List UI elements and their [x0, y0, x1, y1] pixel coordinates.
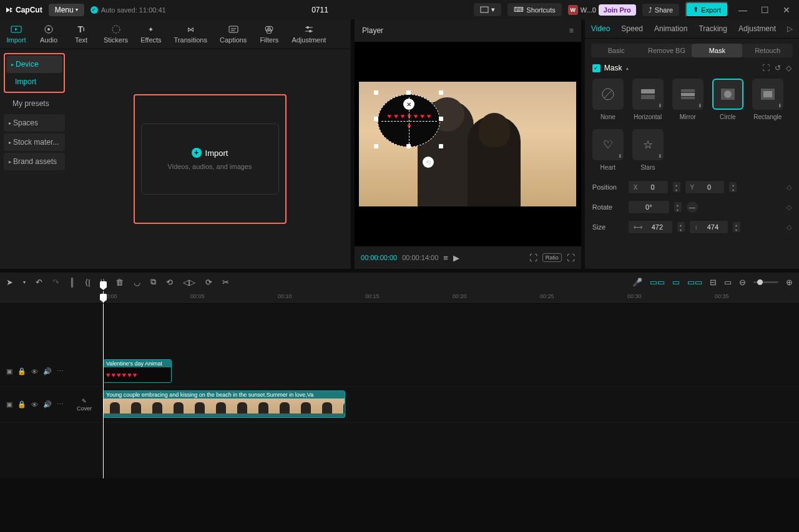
props-tab-video[interactable]: Video [591, 24, 610, 33]
mask-mirror[interactable]: ⬇Mirror [672, 79, 703, 120]
props-tab-speed[interactable]: Speed [621, 24, 643, 33]
track-type-icon[interactable]: ▣ [6, 400, 12, 409]
zoom-out-icon[interactable]: ⊖ [739, 278, 746, 287]
subtab-basic[interactable]: Basic [591, 44, 642, 57]
redo-button[interactable]: ↷ [52, 278, 59, 287]
mic-icon[interactable]: 🎤 [632, 278, 642, 287]
rotate-tool[interactable]: ⟳ [205, 278, 212, 287]
magnet-track-icon[interactable]: ▭ [672, 278, 680, 287]
rotate-input[interactable] [629, 201, 669, 213]
copy-tool[interactable]: ⧉ [150, 277, 156, 287]
sidebar-item-import[interactable]: Import [6, 73, 62, 90]
delete-tool[interactable]: 🗑 [115, 278, 124, 287]
sidebar-item-brand[interactable]: ▸Brand assets [4, 153, 65, 170]
subtab-removebg[interactable]: Remove BG [642, 44, 692, 57]
mask-overlay[interactable]: ♥♥♥♥♥♥♥♥ ✕ ⟲ [378, 94, 440, 147]
export-button[interactable]: ⬆ Export [685, 2, 728, 17]
props-tab-animation[interactable]: Animation [654, 24, 687, 33]
playhead-line[interactable] [103, 304, 104, 478]
tab-effects[interactable]: ✦Effects [134, 22, 167, 46]
mask-heart[interactable]: ♡⬇Heart [592, 129, 624, 171]
marker-tool[interactable]: ◡ [134, 278, 140, 287]
sidebar-item-device[interactable]: ▸Device [6, 56, 62, 73]
close-button[interactable]: ✕ [779, 5, 794, 15]
position-y-input[interactable] [697, 181, 722, 193]
speaker-icon[interactable]: 🔊 [43, 400, 52, 409]
mask-none[interactable]: None [592, 79, 624, 120]
rotate-handle-icon[interactable]: ✕ [403, 99, 414, 110]
mirror-tool[interactable]: ◁▷ [183, 278, 195, 287]
keyframe-diamond[interactable]: ◇ [787, 183, 792, 191]
position-x-input[interactable] [640, 181, 665, 193]
zoom-in-icon[interactable]: ⊕ [786, 278, 793, 287]
more-icon[interactable]: ⋯ [57, 367, 64, 375]
minimize-button[interactable]: — [735, 5, 751, 15]
join-pro-button[interactable]: Join Pro [599, 4, 636, 16]
preview-icon[interactable]: ▭ [724, 278, 732, 287]
tab-text[interactable]: TIText [65, 22, 97, 46]
pointer-tool[interactable]: ➤ [6, 278, 13, 287]
aspect-button[interactable]: ▾ [474, 3, 501, 16]
link-icon[interactable]: ▭▭ [687, 278, 702, 287]
props-tab-adjustment[interactable]: Adjustment [738, 24, 776, 33]
size-h-input[interactable] [700, 221, 725, 233]
reverse-tool[interactable]: ⟲ [166, 278, 173, 287]
shortcuts-button[interactable]: ⌨ Shortcuts [507, 3, 561, 16]
cover-button[interactable]: ✎ Cover [75, 398, 94, 412]
speaker-icon[interactable]: 🔊 [43, 367, 52, 375]
split-tool[interactable]: ║ [69, 278, 75, 287]
keyframe-diamond[interactable]: ◇ [787, 203, 792, 211]
tab-stickers[interactable]: Stickers [97, 22, 134, 46]
eye-icon[interactable]: 👁 [31, 368, 38, 375]
props-tab-tracking[interactable]: Tracking [699, 24, 727, 33]
clip-valentine[interactable]: Valentine's day Animat ♥♥♥♥♥♥ [103, 359, 172, 383]
reset-icon[interactable]: ↺ [775, 64, 781, 72]
keyframe-icon[interactable]: ◇ [786, 64, 792, 72]
keyframe-diamond[interactable]: ◇ [787, 223, 792, 231]
subtab-mask[interactable]: Mask [692, 44, 742, 57]
mask-rectangle[interactable]: ⬇Rectangle [752, 79, 783, 120]
play-button[interactable]: ▶ [453, 253, 459, 263]
size-w-input[interactable] [645, 221, 670, 233]
scroll-right-icon[interactable]: ▷ [787, 24, 793, 33]
lock-icon[interactable]: 🔒 [17, 400, 26, 409]
tab-adjustment[interactable]: Adjustment [285, 22, 332, 46]
pointer-dropdown[interactable]: ▾ [23, 279, 26, 285]
mask-horizontal[interactable]: ⬇Horizontal [632, 79, 664, 120]
zoom-slider[interactable] [753, 281, 778, 283]
expand-icon[interactable]: ⛶ [762, 64, 770, 72]
player-menu-icon[interactable]: ≡ [569, 26, 574, 35]
rotate-dial[interactable]: — [687, 201, 698, 213]
more-icon[interactable]: ⋯ [57, 400, 64, 409]
tab-import[interactable]: Import [0, 22, 32, 46]
mask-stars[interactable]: ☆⬇Stars [632, 129, 664, 171]
fullscreen-icon[interactable]: ⛶ [567, 253, 575, 263]
tab-captions[interactable]: Captions [213, 22, 253, 46]
clip-couple[interactable]: Young couple embracing and kissing on th… [103, 390, 345, 418]
sidebar-item-stock[interactable]: ▸Stock mater... [4, 133, 65, 151]
timeline-ruler[interactable]: 00:00 00:05 00:10 00:15 00:20 00:25 00:3… [0, 291, 799, 304]
eye-icon[interactable]: 👁 [31, 401, 38, 409]
menu-button[interactable]: Menu▾ [49, 4, 84, 16]
import-dropzone[interactable]: +Import Videos, audios, and images [134, 94, 287, 224]
list-icon[interactable]: ≡ [443, 253, 448, 263]
mask-checkbox[interactable]: ✓ [592, 64, 600, 72]
magnet-main-icon[interactable]: ▭▭ [650, 278, 665, 287]
crop-tool[interactable]: ✂ [222, 278, 229, 287]
player-preview[interactable]: ♥♥♥♥♥♥♥♥ ✕ ⟲ [355, 42, 581, 246]
sidebar-item-presets[interactable]: My presets [4, 95, 65, 112]
sidebar-item-spaces[interactable]: ▸Spaces [4, 114, 65, 132]
lock-icon[interactable]: 🔒 [17, 367, 26, 375]
undo-button[interactable]: ↶ [36, 278, 42, 287]
align-icon[interactable]: ⊟ [710, 278, 717, 287]
mask-circle[interactable]: Circle [712, 79, 743, 120]
tab-transitions[interactable]: ⋈Transitions [168, 22, 213, 46]
maximize-button[interactable]: ☐ [757, 5, 773, 15]
ratio-button[interactable]: Ratio [542, 253, 562, 262]
tab-audio[interactable]: Audio [32, 22, 65, 46]
share-button[interactable]: ⤴ Share [642, 4, 679, 16]
subtab-retouch[interactable]: Retouch [742, 44, 793, 57]
track-type-icon[interactable]: ▣ [6, 367, 12, 375]
focus-icon[interactable]: ⛶ [529, 253, 537, 263]
tab-filters[interactable]: Filters [253, 22, 285, 46]
